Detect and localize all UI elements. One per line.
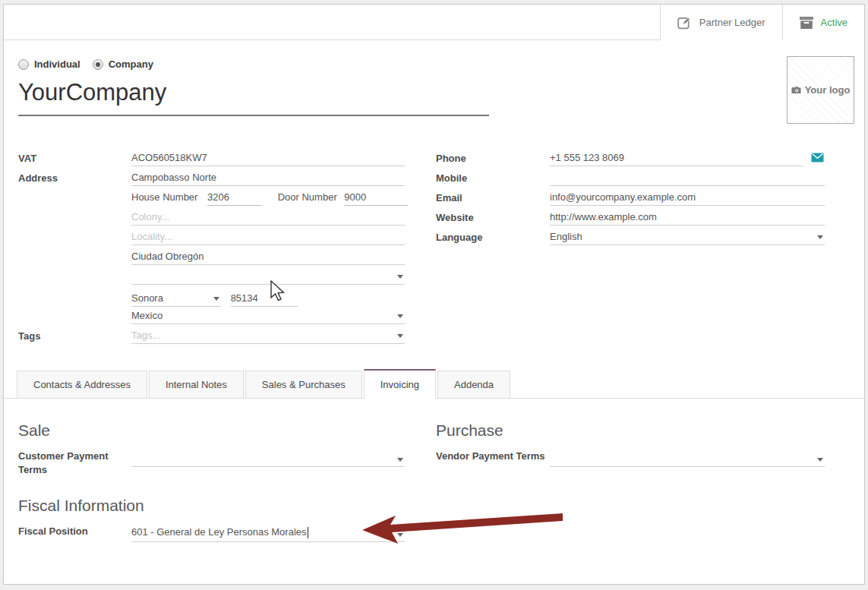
- partner-form-sheet: Partner Ledger Active Individual Com: [3, 4, 865, 585]
- partner-ledger-button[interactable]: Partner Ledger: [660, 5, 782, 40]
- radio-individual-circle[interactable]: [18, 59, 29, 70]
- active-label: Active: [821, 17, 847, 28]
- house-door-row: House Number 3206 Door Number 9000: [18, 189, 405, 209]
- vendor-payment-terms-label: Vendor Payment Terms: [436, 450, 550, 463]
- zip-input[interactable]: 85134: [231, 290, 298, 307]
- vat-input[interactable]: ACO560518KW7: [131, 150, 405, 166]
- municipality-dropdown[interactable]: [131, 268, 405, 285]
- purchase-section: Purchase Vendor Payment Terms: [436, 421, 825, 467]
- language-value: English: [550, 231, 582, 242]
- company-type-selector: Individual Company: [18, 58, 153, 70]
- customer-payment-terms-dropdown[interactable]: [131, 451, 405, 467]
- vat-label: VAT: [18, 150, 131, 164]
- radio-individual[interactable]: Individual: [18, 58, 80, 70]
- locality-input[interactable]: Locality...: [131, 229, 405, 245]
- door-number-label: Door Number: [278, 191, 337, 203]
- tab-sales-purchases[interactable]: Sales & Purchases: [245, 371, 362, 398]
- country-value: Mexico: [131, 310, 163, 321]
- chevron-down-icon[interactable]: [397, 458, 403, 462]
- phone-label: Phone: [436, 150, 550, 164]
- customer-payment-terms-row: Customer Payment Terms: [18, 450, 405, 477]
- vat-row: VAT ACO560518KW7: [18, 150, 405, 169]
- chevron-down-icon[interactable]: [817, 458, 823, 462]
- radio-company[interactable]: Company: [93, 58, 153, 70]
- chevron-down-icon[interactable]: [213, 297, 219, 301]
- city-row: Ciudad Obregón: [18, 248, 405, 268]
- website-input[interactable]: http://www.example.com: [550, 209, 825, 226]
- language-label: Language: [436, 229, 550, 243]
- email-label: Email: [436, 189, 550, 204]
- chevron-down-icon[interactable]: [397, 533, 403, 537]
- tags-placeholder: Tags...: [131, 330, 160, 341]
- tags-label: Tags: [18, 327, 131, 342]
- locality-row: Locality...: [18, 229, 405, 248]
- archive-icon: [800, 17, 813, 29]
- tab-contacts-addresses[interactable]: Contacts & Addresses: [17, 371, 147, 398]
- address-column: VAT ACO560518KW7 Address Campobasso Nort…: [18, 150, 405, 347]
- chevron-down-icon[interactable]: [817, 235, 823, 239]
- state-value: Sonora: [131, 292, 163, 304]
- active-toggle-button[interactable]: Active: [782, 5, 864, 40]
- website-row: Website http://www.example.com: [436, 209, 825, 229]
- mobile-label: Mobile: [436, 169, 550, 184]
- tags-row: Tags Tags...: [18, 327, 405, 347]
- email-field[interactable]: info@yourcompany.example.com: [550, 189, 825, 206]
- address-label: Address: [18, 169, 131, 184]
- street-row: Address Campobasso Norte: [18, 169, 405, 189]
- fiscal-information-section: Fiscal Information Fiscal Position 601 -…: [18, 497, 405, 542]
- tab-internal-notes[interactable]: Internal Notes: [149, 371, 244, 398]
- colony-row: Colony...: [18, 209, 405, 229]
- company-name-input[interactable]: YourCompany: [18, 79, 489, 116]
- chevron-down-icon[interactable]: [397, 314, 403, 318]
- state-zip-row: Sonora 85134: [18, 288, 405, 308]
- company-logo-upload[interactable]: Your logo: [787, 56, 854, 124]
- state-dropdown[interactable]: Sonora: [131, 290, 221, 307]
- email-row: Email info@yourcompany.example.com: [436, 189, 825, 209]
- fiscal-position-label: Fiscal Position: [18, 525, 131, 538]
- mobile-row: Mobile: [436, 169, 825, 189]
- form-header-bar: Partner Ledger Active: [4, 5, 864, 40]
- vendor-payment-terms-dropdown[interactable]: [550, 451, 825, 467]
- country-row: Mexico: [18, 308, 405, 327]
- fiscal-position-value: 601 - General de Ley Personas Morales: [131, 526, 307, 538]
- language-dropdown[interactable]: English: [550, 229, 825, 245]
- text-cursor: [308, 527, 308, 538]
- fiscal-position-row: Fiscal Position 601 - General de Ley Per…: [18, 525, 405, 542]
- vendor-payment-terms-row: Vendor Payment Terms: [436, 450, 825, 467]
- contact-column: Phone +1 555 123 8069 Mobile Email info@…: [436, 150, 825, 248]
- chevron-down-icon[interactable]: [397, 275, 403, 279]
- sale-section: Sale Customer Payment Terms: [18, 421, 405, 477]
- website-label: Website: [436, 209, 550, 223]
- envelope-icon[interactable]: [811, 150, 824, 162]
- customer-payment-terms-label: Customer Payment Terms: [18, 450, 131, 477]
- country-dropdown[interactable]: Mexico: [131, 308, 405, 324]
- camera-icon: [791, 86, 801, 94]
- colony-input[interactable]: Colony...: [131, 209, 405, 226]
- edit-icon: [677, 15, 692, 30]
- door-number-input[interactable]: 9000: [344, 191, 408, 206]
- tab-addenda[interactable]: Addenda: [437, 371, 510, 398]
- notebook-tabs: Contacts & Addresses Internal Notes Sale…: [4, 369, 864, 399]
- purchase-section-title: Purchase: [436, 421, 825, 440]
- house-number-label: House Number: [131, 191, 197, 203]
- city-input[interactable]: Ciudad Obregón: [131, 248, 405, 265]
- house-number-input[interactable]: 3206: [207, 191, 262, 206]
- mobile-input[interactable]: [550, 169, 825, 186]
- radio-individual-label: Individual: [34, 58, 80, 70]
- sale-section-title: Sale: [18, 421, 405, 440]
- fiscal-information-title: Fiscal Information: [18, 497, 405, 515]
- stat-button-box: Partner Ledger Active: [660, 5, 864, 40]
- logo-placeholder-label: Your logo: [805, 84, 851, 96]
- municipality-row: [18, 268, 405, 288]
- radio-company-circle[interactable]: [93, 59, 103, 70]
- radio-company-label: Company: [109, 58, 153, 70]
- tab-invoicing[interactable]: Invoicing: [364, 369, 436, 399]
- chevron-down-icon[interactable]: [397, 334, 403, 338]
- partner-ledger-label: Partner Ledger: [699, 17, 765, 28]
- fiscal-position-input[interactable]: 601 - General de Ley Personas Morales: [131, 526, 405, 542]
- street-input[interactable]: Campobasso Norte: [131, 169, 405, 186]
- phone-input[interactable]: +1 555 123 8069: [550, 150, 803, 166]
- language-row: Language English: [436, 229, 825, 248]
- tags-input[interactable]: Tags...: [131, 327, 405, 344]
- phone-row: Phone +1 555 123 8069: [436, 150, 825, 169]
